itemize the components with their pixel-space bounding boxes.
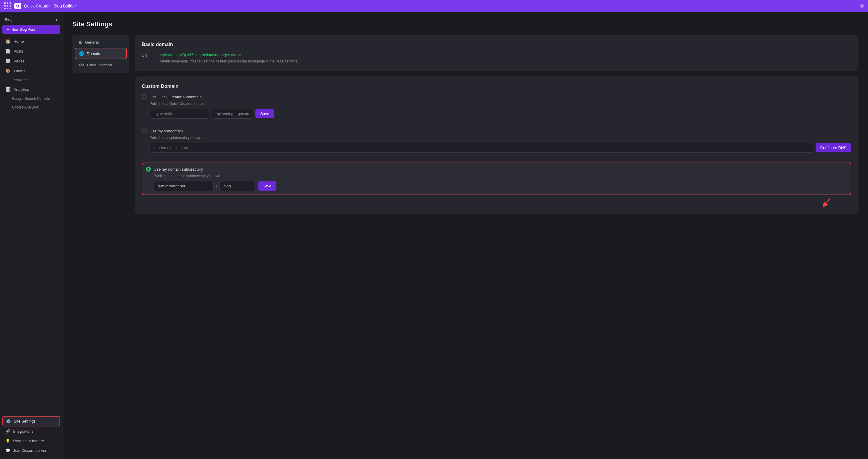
domain-subdirectory-path-input[interactable] [220, 181, 255, 191]
domain-nav-icon: 🌐 [79, 51, 84, 56]
app-logo: Q [14, 3, 21, 9]
sidebar-blog-label: Blog [5, 17, 12, 22]
sidebar-item-posts[interactable]: 📄 Posts [2, 46, 60, 56]
page-title: Site Settings [72, 20, 859, 28]
topbar: Q Quick Creator - Blog Builder [0, 0, 868, 12]
option2-title: Use my subdomain [150, 129, 183, 133]
sidebar-label-request-feature: Request a feature [13, 439, 44, 443]
svg-line-1 [824, 198, 830, 205]
main-content: Site Settings ▦ General 🌐 Domain </> Cod… [63, 12, 868, 459]
settings-layout: ▦ General 🌐 Domain </> Code Injection Ba… [72, 35, 859, 214]
option2-desc: Publish to a subdomain you own. [150, 136, 851, 140]
save-subdirectory-button[interactable]: Save [258, 182, 276, 191]
sidebar-label-ga: Google Analytics [12, 105, 39, 109]
pages-icon: 🗒️ [5, 59, 10, 63]
option3-title: Use my domain subdirectory [154, 167, 203, 171]
basic-domain-title: Basic domain [142, 42, 851, 47]
sidebar-label-home: Home [13, 39, 24, 44]
domain-url-text: https://aaaiqb7fpk55jsoq.mylandingpages.… [158, 53, 236, 57]
sidebar-label-site-settings: Site Settings [14, 419, 36, 423]
arrow-container [142, 196, 833, 207]
sidebar-label-pages: Pages [13, 59, 25, 63]
basic-domain-card: Basic domain Url https://aaaiqb7fpk55jso… [134, 35, 859, 71]
sidebar-item-site-settings[interactable]: ⚙️ Site Settings [2, 416, 60, 426]
new-blog-post-label: New Blog Post [11, 28, 35, 32]
posts-icon: 📄 [5, 49, 10, 54]
save-subdomain-button[interactable]: Save [255, 109, 274, 118]
sidebar-label-integrations: Integrations [13, 429, 33, 434]
option1-row: Use Quick Creator subdomain [142, 94, 851, 99]
custom-domain-card: Custom Domain Use Quick Creator subdomai… [134, 76, 859, 214]
analytics-icon: 📊 [5, 87, 10, 92]
integrations-icon: 🔗 [5, 429, 10, 434]
option1-inputs: mylandingpages.co Save [150, 109, 851, 119]
basic-domain-row: Url https://aaaiqb7fpk55jsoq.mylandingpa… [142, 53, 851, 64]
configure-dns-button[interactable]: Configure DNS [816, 143, 851, 153]
domain-url: https://aaaiqb7fpk55jsoq.mylandingpages.… [158, 53, 298, 57]
sidebar-item-join-discord[interactable]: 💬 Join Discord server [2, 446, 60, 455]
sidebar-item-integrations[interactable]: 🔗 Integrations [2, 427, 60, 436]
sidebar-item-templates[interactable]: Templates [2, 76, 60, 84]
subdomain-suffix: mylandingpages.co [212, 109, 253, 119]
sidebar-item-pages[interactable]: 🗒️ Pages [2, 56, 60, 66]
option3-desc: Publish to a domain subdirectory you own… [154, 174, 847, 178]
option3-inputs: / Save [154, 181, 847, 191]
discord-icon: 💬 [5, 448, 10, 453]
domain-subdirectory-domain-input[interactable] [154, 181, 214, 191]
option-quick-creator-subdomain: Use Quick Creator subdomain Publish to a… [142, 94, 851, 119]
settings-icon: ⚙️ [6, 419, 11, 423]
home-icon: 🏠 [5, 39, 10, 44]
general-nav-icon: ▦ [79, 40, 82, 44]
subdomain-name-input[interactable] [150, 109, 209, 119]
sidebar-label-templates: Templates [12, 78, 28, 82]
option1-title: Use Quick Creator subdomain [150, 95, 202, 99]
url-block: https://aaaiqb7fpk55jsoq.mylandingpages.… [158, 53, 298, 64]
custom-domain-title: Custom Domain [142, 84, 851, 89]
topbar-dot [860, 4, 864, 8]
sidebar-label-posts: Posts [13, 49, 23, 54]
sidebar-item-theme[interactable]: 🎨 Theme [2, 66, 60, 76]
divider-2 [142, 158, 851, 158]
settings-nav-domain-label: Domain [87, 52, 100, 56]
sidebar-label-gsc: Google Search Console [12, 97, 50, 101]
option3-row: Use my domain subdirectory [146, 167, 847, 171]
settings-nav: ▦ General 🌐 Domain </> Code Injection [72, 35, 129, 73]
option-domain-subdirectory: Use my domain subdirectory Publish to a … [142, 163, 851, 207]
sidebar-item-google-search-console[interactable]: Google Search Console [2, 94, 60, 103]
red-arrow-icon [822, 196, 833, 207]
sidebar-label-join-discord: Join Discord server [13, 448, 46, 453]
option2-inputs: Configure DNS [150, 143, 851, 153]
sidebar: Blog ▾ ＋ Home New Blog Post 🏠 Home 📄 Pos… [0, 12, 63, 459]
sidebar-item-analytics[interactable]: 📊 Analytics [2, 85, 60, 94]
code-injection-nav-icon: </> [79, 62, 84, 67]
sidebar-item-google-analytics[interactable]: Google Analytics [2, 103, 60, 111]
copy-url-icon[interactable]: ⧉ [238, 53, 241, 57]
sidebar-item-home[interactable]: 🏠 Home [2, 36, 60, 46]
option1-desc: Publish to a Quick Creator domain. [150, 102, 851, 106]
radio-domain-subdirectory[interactable] [146, 167, 151, 171]
sidebar-label-analytics: Analytics [13, 87, 29, 92]
layout: Blog ▾ ＋ Home New Blog Post 🏠 Home 📄 Pos… [0, 12, 868, 459]
domain-url-desc: Default homepage. You can set the desire… [158, 59, 298, 64]
highlighted-option-box: Use my domain subdirectory Publish to a … [142, 163, 851, 195]
option-my-subdomain: Use my subdomain Publish to a subdomain … [142, 129, 851, 153]
request-feature-icon: 💡 [5, 439, 10, 443]
settings-nav-general[interactable]: ▦ General [75, 37, 127, 47]
settings-content: Basic domain Url https://aaaiqb7fpk55jso… [134, 35, 859, 214]
settings-nav-general-label: General [85, 40, 99, 44]
sidebar-blog-chevron[interactable]: ▾ [56, 17, 58, 22]
settings-nav-code-injection-label: Code Injection [87, 63, 112, 67]
new-blog-post-button[interactable]: ＋ Home New Blog Post [2, 25, 60, 34]
subdomain-input[interactable] [150, 143, 813, 153]
sidebar-blog-header: Blog ▾ [2, 15, 60, 25]
sidebar-item-request-feature[interactable]: 💡 Request a feature [2, 436, 60, 446]
radio-my-subdomain[interactable] [142, 129, 147, 133]
option2-row: Use my subdomain [142, 129, 851, 133]
radio-quick-creator[interactable] [142, 94, 147, 99]
settings-nav-domain[interactable]: 🌐 Domain [75, 48, 127, 59]
slash-separator: / [216, 184, 217, 189]
settings-nav-code-injection[interactable]: </> Code Injection [75, 60, 127, 70]
app-title: Quick Creator - Blog Builder [24, 4, 76, 8]
divider-1 [142, 124, 851, 124]
theme-icon: 🎨 [5, 68, 10, 73]
